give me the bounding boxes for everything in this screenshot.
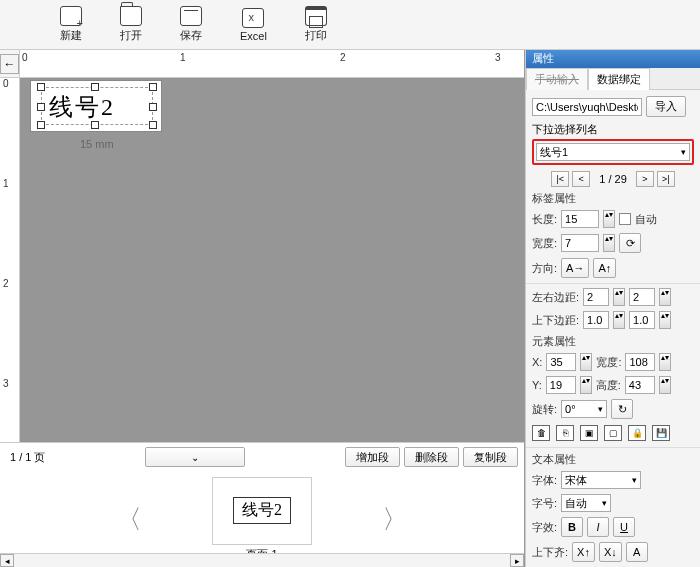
bring-front-icon[interactable]: ▣ (580, 425, 598, 441)
length-input[interactable] (561, 210, 599, 228)
lock-icon[interactable]: 🔒 (628, 425, 646, 441)
pager-prev[interactable]: < (572, 171, 590, 187)
dir-v-button[interactable]: A↑ (593, 258, 616, 278)
send-back-icon[interactable]: ▢ (604, 425, 622, 441)
top-toolbar: 新建 打开 保存 Excel 打印 (0, 0, 700, 50)
save-icon (180, 6, 202, 26)
editor-area: ← 0 1 2 3 0 1 2 3 线号2 (0, 50, 525, 567)
page-thumb[interactable]: 线号2 页面 1 (212, 477, 312, 562)
pager-count: 1 / 29 (593, 173, 633, 185)
delete-icon[interactable]: 🗑 (532, 425, 550, 441)
right-margin-input[interactable] (629, 288, 655, 306)
vertical-ruler: 0 1 2 3 (0, 78, 20, 442)
hscrollbar[interactable]: ◂▸ (0, 553, 524, 567)
top-margin-input[interactable] (583, 311, 609, 329)
align-stretch-button[interactable]: A (626, 542, 648, 562)
page-count: 1 / 1 页 (10, 450, 45, 465)
mm-label: 15 mm (80, 138, 114, 150)
label-text: 线号2 (49, 91, 115, 123)
delete-segment-button[interactable]: 删除段 (404, 447, 459, 467)
print-icon (305, 6, 327, 26)
copy-segment-button[interactable]: 复制段 (463, 447, 518, 467)
align-bottom-button[interactable]: X↓ (599, 542, 622, 562)
copy-icon[interactable]: ⎘ (556, 425, 574, 441)
width-spinner[interactable]: ▴▾ (603, 234, 615, 252)
width-input[interactable] (561, 234, 599, 252)
footer-dropdown[interactable]: ⌄ (145, 447, 245, 467)
open-button[interactable]: 打开 (120, 6, 142, 43)
back-button[interactable]: ← (0, 54, 19, 74)
label-props-header: 标签属性 (532, 191, 694, 206)
length-spinner[interactable]: ▴▾ (603, 210, 615, 228)
dir-h-button[interactable]: A→ (561, 258, 589, 278)
auto-checkbox[interactable] (619, 213, 631, 225)
path-input[interactable] (532, 98, 642, 116)
underline-button[interactable]: U (613, 517, 635, 537)
excel-button[interactable]: Excel (240, 8, 267, 42)
footer-panel: 1 / 1 页 ⌄ 增加段 删除段 复制段 〈 线号2 页面 1 〉 (0, 442, 524, 567)
dropdown-label: 下拉选择列名 (532, 122, 694, 137)
elem-height-input[interactable] (625, 376, 655, 394)
elem-props-header: 元素属性 (532, 334, 694, 349)
save-button[interactable]: 保存 (180, 6, 202, 43)
canvas[interactable]: 线号2 15 mm (20, 78, 524, 442)
new-button[interactable]: 新建 (60, 6, 82, 43)
bold-button[interactable]: B (561, 517, 583, 537)
pager-next[interactable]: > (636, 171, 654, 187)
save-elem-icon[interactable]: 💾 (652, 425, 670, 441)
tab-data-binding[interactable]: 数据绑定 (588, 68, 650, 90)
bottom-margin-input[interactable] (629, 311, 655, 329)
left-margin-input[interactable] (583, 288, 609, 306)
properties-panel: 属性 手动输入 数据绑定 导入 下拉选择列名 线号1 |< < 1 / 29 >… (525, 50, 700, 567)
column-select[interactable]: 线号1 (536, 143, 690, 161)
excel-icon (242, 8, 264, 28)
italic-button[interactable]: I (587, 517, 609, 537)
pager-last[interactable]: >| (657, 171, 675, 187)
font-select[interactable]: 宋体 (561, 471, 641, 489)
panel-title: 属性 (526, 50, 700, 68)
next-page-button[interactable]: 〉 (352, 502, 438, 537)
highlighted-dropdown: 线号1 (532, 139, 694, 165)
pager-first[interactable]: |< (551, 171, 569, 187)
text-props-header: 文本属性 (532, 452, 694, 467)
fontsize-select[interactable]: 自动 (561, 494, 611, 512)
import-button[interactable]: 导入 (646, 96, 686, 117)
open-icon (120, 6, 142, 26)
refresh-icon[interactable]: ⟳ (619, 233, 641, 253)
label-object[interactable]: 线号2 (30, 80, 162, 132)
rotation-select[interactable]: 0° (561, 400, 607, 418)
x-input[interactable] (546, 353, 576, 371)
prev-page-button[interactable]: 〈 (86, 502, 172, 537)
add-segment-button[interactable]: 增加段 (345, 447, 400, 467)
print-button[interactable]: 打印 (305, 6, 327, 43)
horizontal-ruler: 0 1 2 3 (20, 50, 524, 78)
elem-width-input[interactable] (625, 353, 655, 371)
tab-manual-input[interactable]: 手动输入 (526, 68, 588, 90)
new-icon (60, 6, 82, 26)
align-top-button[interactable]: X↑ (572, 542, 595, 562)
y-input[interactable] (546, 376, 576, 394)
rotate-icon[interactable]: ↻ (611, 399, 633, 419)
